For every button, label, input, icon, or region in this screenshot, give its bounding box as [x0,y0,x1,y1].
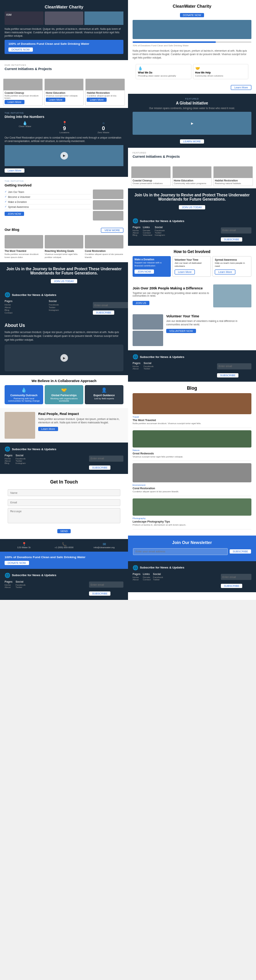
left-contact-info-section: 📍 123 Water St 📞 +1 (555) 000-0000 ✉ inf… [0,539,128,552]
left-blog-posts: The Most Traveled Nulla porttitor accums… [5,235,123,259]
collab-text-1: Partnering with local communities for la… [7,397,41,402]
left-card-name-1: Coastal Cleanup [5,91,41,94]
right-hero-donate-button[interactable]: DONATE NOW [180,13,204,17]
right-join200-title: Join Over 200k People Making a Differenc… [133,286,210,290]
left-sub2-title: Subscribe for News & Updates [12,448,56,451]
blog-post-3: Coral Restoration Curabitur aliquet quam… [85,235,123,259]
right-journey-button[interactable]: JOIN US TODAY [179,205,205,209]
stat-label-1: Clean Water [19,125,31,127]
how-card-btn-2[interactable]: Learn More [175,270,195,274]
right-join200-section: Join Over 200k People Making a Differenc… [128,281,256,311]
right-hero-features: 💧 What We Do Providing clean water acces… [133,62,251,82]
left-card-img-2 [45,79,84,90]
left-blog-view-more-button[interactable]: VIEW MORE [101,228,123,233]
right-global-image: ▶ [133,112,251,135]
right-initiatives-label: FEATURED [133,152,251,154]
left-sub3-content: Pages Home About Social Facebook Twitter… [5,580,123,596]
feature-title-2: How We Help [195,71,246,74]
left-journey-button[interactable]: JOIN US TODAY [51,279,77,283]
left-about-video[interactable]: ▶ [5,345,123,371]
blog-article-title-3: Coral Restoration [133,487,251,490]
left-hero-section: CleanWater Charity ISM Nulla porttitor a… [0,0,128,60]
list-item-1: Join Our Team [5,189,91,194]
play-button-icon[interactable]: ▶ [60,152,68,160]
left-sub2-subscribe-button[interactable]: SUBSCRIBE [89,466,110,470]
left-sub3-subscribe-button[interactable]: SUBSCRIBE [89,591,110,596]
contact-name-input[interactable] [8,489,120,496]
left-stats-row: 💧 Clean Water 📍 9 Locations ○ 0 Zero Was… [5,121,123,134]
list-item-4: Spread Awareness [5,204,91,209]
left-donate-banner-section: 100% of Donations Fund Clean and Safe Dr… [0,552,128,569]
left-stats-cta-button[interactable]: Learn More [5,168,24,173]
right-global-button[interactable]: LEARN MORE [180,139,204,144]
how-card-text-3: Help us reach more people in need [215,262,249,268]
left-getting-list: Join Our Team Become a Volunteer Make a … [5,189,91,216]
right-global-title: A Global Initiative [133,101,251,105]
sub-col-pages-title: Pages [5,300,46,302]
right-sub3-header: 🌐 Subscribe for News & Updates [133,565,251,570]
right-join200-button[interactable]: JOIN US [133,301,149,305]
right-newsletter-email-input[interactable] [133,548,228,555]
how-card-3: Spread Awareness Help us reach more peop… [212,256,251,277]
blog-article-4: Photography Landscape Photography Tips P… [133,498,251,529]
right-journey-title: Join Us in the Journey to Revive and Pro… [133,193,251,201]
right-sub2-header: 🌐 Subscribe for News & Updates [133,354,251,359]
right-sub1-email-input[interactable] [221,227,251,234]
left-card-body-2: Home Education Vivamus suscipit tortor v… [45,90,84,103]
left-card-btn-1[interactable]: Learn More [5,100,24,104]
right-sub1-subscribe-button[interactable]: SUBSCRIBE [221,237,242,242]
right-subscribe-2-section: 🌐 Subscribe for News & Updates Pages Hom… [128,350,256,382]
feature-card-1: 💧 What We Do Providing clean water acces… [136,64,191,79]
right-sub3-content: Pages Home About Links Donate Contact So… [133,573,251,589]
left-donate-banner-button[interactable]: DONATE NOW [5,561,29,565]
contact-message-input[interactable] [8,508,120,523]
contact-send-button[interactable]: SEND [57,529,71,533]
how-card-title-2: Volunteer Your Time [175,258,209,261]
left-sub2-email-input[interactable] [89,456,123,462]
right-volunteer-button[interactable]: VOLUNTEER NOW [166,329,196,333]
blog-post-text-2: Vivamus suscipit tortor eget felis portt… [45,253,83,259]
right-hero-learn-more-button[interactable]: Learn More [231,85,251,90]
real-people-cta-button[interactable]: Learn More [38,427,58,431]
right-sub3-email-input[interactable] [221,574,251,580]
blog-article-title-1: The Most Traveled [133,419,251,421]
left-real-people-section: Real People, Real Impact Nulla porttitor… [0,408,128,443]
left-sub1-subscribe-button[interactable]: SUBSCRIBE [93,310,114,315]
left-stats-video[interactable]: ▶ [5,145,123,166]
getting-img-1 [93,189,123,199]
left-initiatives-title: Current Initiatives & Projects [5,67,123,71]
left-sub2-content: Pages Home About Blog Social Facebook Tw… [5,454,123,470]
left-stats-section: THE INITIATIVE Diving into the Numbers 💧… [0,108,128,177]
sub3-col-2: Social Facebook Twitter [16,580,26,596]
left-hero-donate-button[interactable]: DONATE NOW [8,47,33,52]
global-play-icon[interactable]: ▶ [191,122,193,125]
collab-icon-3: 👤 [87,387,121,393]
right-hero-learn-more: Learn More [133,83,251,90]
blog-article-tag-1: Travel [133,416,251,418]
right-sub2-subscribe-button[interactable]: SUBSCRIBE [217,373,238,377]
right-volunteer-text: Join our dedicated team of volunteers ma… [166,319,251,326]
blog-post-img-3 [85,235,123,248]
sub-col-link-fb: Facebook [49,304,90,306]
left-card-1: Coastal Cleanup Nulla porttitor accumsan… [3,78,43,106]
about-play-button-icon[interactable]: ▶ [60,354,68,362]
left-sub3-email-input[interactable] [89,581,123,588]
how-card-btn-1[interactable]: JOIN NOW [134,270,154,274]
left-getting-label: THE INITIATIVE [5,180,123,182]
right-sub1-social-title: Social [155,226,165,229]
left-getting-join-button[interactable]: JOIN NOW [5,212,24,216]
collab-card-1: 💧 Community Outreach Partnering with loc… [5,385,43,404]
right-sub2-email-input[interactable] [217,363,251,369]
right-newsletter-subscribe-button[interactable]: SUBSCRIBE [230,549,251,554]
left-card-btn-2[interactable]: Learn More [46,98,66,102]
left-card-btn-3[interactable]: Learn More [87,98,107,102]
left-hero-text: Nulla porttitor accumsan tincidunt. Quiq… [5,27,123,38]
left-card-desc-3: Curabitur aliquet quam id dui. [87,95,123,97]
sub-col-link-blog: Blog [5,309,46,311]
left-sub1-email-input[interactable] [93,302,128,308]
how-card-btn-3[interactable]: Learn More [215,270,235,274]
left-getting-title: Getting Involved [5,183,123,187]
contact-email-input[interactable] [8,499,120,506]
subscribe2-globe-icon: 🌐 [5,446,10,452]
right-sub3-subscribe-button[interactable]: SUBSCRIBE [221,584,242,588]
